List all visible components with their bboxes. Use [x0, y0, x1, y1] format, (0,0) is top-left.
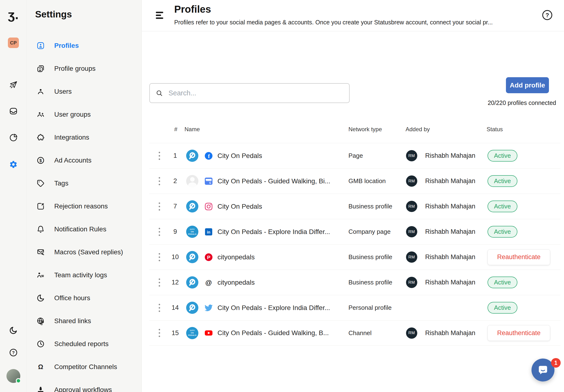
svg-text:in: in [207, 230, 210, 234]
settings-sidebar: Settings Profiles Profile g [27, 0, 142, 392]
twitter-icon [205, 304, 213, 312]
sidebar-item-competitor-channels[interactable]: Ω Competitor Channels [27, 355, 141, 378]
sidebar-item-approval-workflows[interactable]: Approval workflows [27, 378, 141, 392]
profile-avatar [186, 276, 198, 289]
sidebar-item-label: Notification Rules [54, 225, 106, 233]
app-rail: ʒ. CP ? [0, 0, 27, 392]
sidebar-item-label: Shared links [54, 317, 91, 325]
sidebar-item-users[interactable]: Users [27, 80, 141, 103]
sidebar-item-macros[interactable]: Macros (Saved replies) [27, 241, 141, 264]
added-by-cell: RM Rishabh Mahajan [406, 327, 475, 339]
added-by-avatar: RM [406, 175, 417, 187]
sidebar-item-office-hours[interactable]: Office hours [27, 287, 141, 309]
row-menu-kebab-icon[interactable] [157, 202, 161, 210]
table-row[interactable]: 2 G City On Pedals - Guided Walking, Bi.… [149, 168, 560, 194]
network-type: Page [348, 152, 363, 159]
online-status-dot [16, 378, 21, 383]
bust-icon: Ω [36, 362, 45, 371]
status-badge: Active [488, 302, 517, 314]
user-avatar[interactable] [6, 369, 20, 383]
clock-moon-icon [36, 294, 45, 303]
column-header-number: # [174, 126, 177, 133]
status-badge: Active [488, 226, 517, 238]
added-by-avatar: RM [406, 277, 417, 288]
network-type: Business profile [348, 203, 392, 210]
user-icon [36, 87, 45, 96]
added-by-name: Rishabh Mahajan [425, 279, 475, 286]
sidebar-item-ad-accounts[interactable]: $ Ad Accounts [27, 149, 141, 172]
dollar-circle-icon: $ [36, 156, 45, 165]
table-row[interactable]: 10 P cityonpedals Business profile RM Ri… [149, 244, 560, 270]
instagram-icon [205, 202, 213, 210]
sidebar-item-team-activity-logs[interactable]: Team activity logs [27, 264, 141, 287]
added-by-name: Rishabh Mahajan [425, 329, 475, 337]
page-title: Profiles [174, 4, 211, 15]
settings-gear-icon[interactable] [9, 160, 18, 169]
sidebar-item-shared-links[interactable]: Shared links [27, 309, 141, 333]
row-menu-kebab-icon[interactable] [157, 279, 161, 287]
add-profile-button[interactable]: Add profile [506, 77, 549, 93]
svg-text:@: @ [205, 279, 212, 286]
inbox-icon[interactable] [9, 106, 18, 116]
dark-mode-moon-icon[interactable] [9, 325, 18, 335]
publish-paper-plane-icon[interactable] [9, 80, 18, 89]
column-header-added-by: Added by [406, 126, 430, 133]
network-type: GMB location [348, 177, 386, 185]
sidebar-item-label: Rejection reasons [54, 202, 108, 210]
table-row[interactable]: 14 City On Pedals - Explore India Differ… [149, 295, 560, 320]
svg-text:f: f [208, 153, 210, 159]
search-input[interactable] [168, 89, 344, 97]
added-by-avatar: RM [406, 327, 417, 339]
reauthenticate-button[interactable]: Reauthenticate [488, 249, 550, 265]
sidebar-item-label: Approval workflows [54, 386, 112, 392]
profile-name: cityonpedals [218, 253, 255, 261]
menu-hamburger-icon[interactable] [156, 11, 165, 21]
sidebar-item-label: Competitor Channels [54, 363, 117, 371]
sidebar-item-label: Profile groups [54, 65, 96, 72]
reauthenticate-button[interactable]: Reauthenticate [488, 325, 550, 341]
table-row[interactable]: 7 City On Pedals Business profile RM Ris… [149, 194, 560, 219]
row-menu-kebab-icon[interactable] [157, 177, 161, 185]
sidebar-item-tags[interactable]: Tags [27, 172, 141, 195]
table-row[interactable]: 1 f City On Pedals Page RM Rishabh Mahaj… [149, 143, 560, 168]
reports-pie-chart-icon[interactable] [9, 133, 18, 142]
table-row[interactable]: 12 @ cityonpedals Business profile RM Ri… [149, 270, 560, 295]
svg-text:$: $ [40, 158, 42, 163]
row-number: 2 [164, 177, 186, 185]
table-row[interactable]: 9 CITYONPEDALS in City On Pedals - Explo… [149, 219, 560, 244]
sidebar-item-profiles[interactable]: Profiles [27, 34, 141, 57]
sidebar-item-label: Scheduled reports [54, 340, 109, 348]
profile-name: City On Pedals - Guided Walking, B... [218, 329, 329, 337]
added-by-cell: RM Rishabh Mahajan [406, 150, 475, 161]
profile-avatar-placeholder [186, 175, 198, 187]
help-circle-icon[interactable]: ? [9, 348, 18, 357]
row-number: 12 [164, 279, 186, 286]
sidebar-item-profile-groups[interactable]: Profile groups [27, 57, 141, 80]
statusbrew-logo: ʒ. [8, 7, 19, 22]
row-menu-kebab-icon[interactable] [157, 253, 161, 261]
help-icon[interactable]: ? [542, 10, 553, 21]
workspace-badge[interactable]: CP [8, 38, 19, 48]
row-number: 14 [164, 304, 186, 311]
profile-avatar [186, 150, 198, 162]
added-by-avatar: RM [406, 252, 417, 263]
sidebar-item-rejection-reasons[interactable]: Rejection reasons [27, 195, 141, 218]
sidebar-item-notification-rules[interactable]: Notification Rules [27, 218, 141, 241]
row-menu-kebab-icon[interactable] [157, 228, 161, 236]
added-by-cell: RM Rishabh Mahajan [406, 277, 475, 288]
status-badge: Active [488, 277, 517, 288]
sidebar-item-label: Macros (Saved replies) [54, 248, 123, 256]
added-by-avatar: RM [406, 150, 417, 161]
sidebar-item-integrations[interactable]: Integrations [27, 126, 141, 149]
threads-icon: @ [205, 279, 213, 287]
network-type: Business profile [348, 253, 392, 261]
added-by-name: Rishabh Mahajan [425, 228, 475, 236]
status-badge: Active [488, 200, 517, 212]
table-row[interactable]: 15 CITYONPEDALS City On Pedals - Guided … [149, 320, 560, 346]
status-badge: Active [488, 175, 517, 187]
sidebar-item-scheduled-reports[interactable]: Scheduled reports [27, 333, 141, 355]
sidebar-item-user-groups[interactable]: User groups [27, 103, 141, 126]
row-menu-kebab-icon[interactable] [157, 152, 161, 160]
row-menu-kebab-icon[interactable] [157, 304, 161, 312]
row-menu-kebab-icon[interactable] [157, 329, 161, 337]
